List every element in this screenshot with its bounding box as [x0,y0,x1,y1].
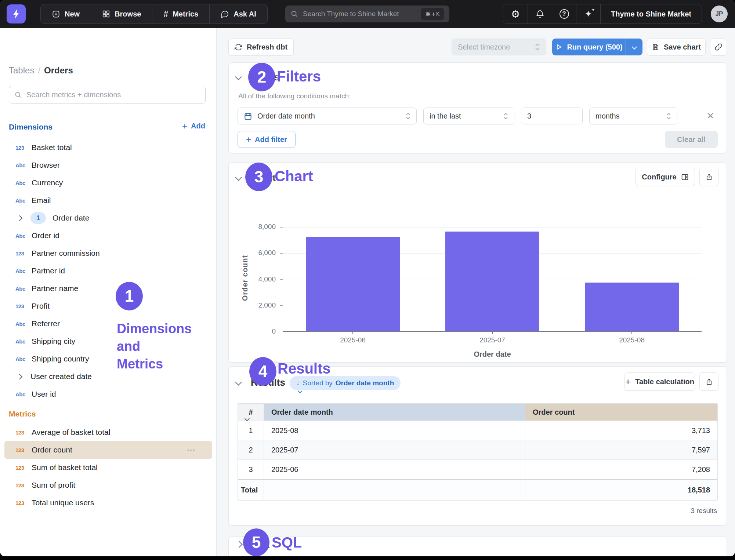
bar[interactable] [445,232,539,331]
sidebar-item[interactable]: 123Partner commission [4,244,212,262]
y-tick-label: 0 [232,327,276,335]
annotation-label-1: DimensionsandMetrics [117,320,192,373]
sidebar-item-label: Average of basket total [32,428,110,437]
sidebar-item[interactable]: AbcPartner name [4,280,212,297]
nav-browse-button[interactable]: Browse [91,4,152,23]
sidebar-item[interactable]: 123Average of basket total [4,423,212,441]
table-row[interactable]: 12025-083,713 [238,421,717,440]
ai-sparkles-button[interactable]: ✦✦ [576,4,600,23]
add-dimension-button[interactable]: + Add [182,122,205,130]
number-type-icon: 123 [15,429,28,436]
help-button[interactable]: ? [552,4,576,23]
timezone-select[interactable]: Select timezone [452,39,546,55]
active-count-badge: 1 [30,212,46,224]
filters-subtitle: All of the following conditions match: [238,92,351,100]
run-query-main[interactable]: Run query (500) [552,39,626,55]
text-type-icon: Abc [15,321,28,327]
sidebar-item[interactable]: 123Sum of profit [4,476,212,494]
sidebar-item[interactable]: AbcOrder id [4,227,212,244]
table-row[interactable]: 32025-067,208 [238,459,717,479]
row-dimension-cell[interactable]: 2025-07 [264,440,525,459]
add-filter-button[interactable]: + Add filter [238,131,296,148]
annotation-label-2: Filters [277,68,321,85]
sorted-by-badge[interactable]: ↓ Sorted by Order date month [290,376,401,390]
sql-panel: SQL [228,537,727,556]
sidebar-item[interactable]: AbcBrowser [4,156,212,174]
collapse-results-chevron[interactable] [235,379,242,385]
number-type-icon: 123 [15,465,28,471]
gear-icon: ⚙ [511,8,520,20]
copy-link-button[interactable] [710,39,727,55]
number-type-icon: 123 [15,447,28,453]
save-chart-button[interactable]: Save chart [647,39,706,55]
sidebar-item[interactable]: AbcPartner id [4,262,212,280]
bar[interactable] [585,283,679,331]
table-row[interactable]: 22025-077,597 [238,440,717,459]
filter-field-select[interactable]: Order date month [238,108,417,124]
sidebar-item[interactable]: AbcEmail [4,192,212,209]
row-metric-cell[interactable]: 7,597 [525,440,717,459]
remove-filter-button[interactable]: ✕ [703,109,718,123]
row-dimension-cell[interactable]: 2025-08 [264,421,525,440]
chart-panel: Chart Configure Order count Order date 0… [228,162,727,363]
notifications-button[interactable] [528,4,552,23]
row-dimension-cell[interactable]: 2025-06 [264,460,525,479]
breadcrumb-tables-link[interactable]: Tables [9,65,34,75]
export-chart-button[interactable] [699,168,718,186]
sidebar-item-label: Order id [32,231,59,240]
row-metric-cell[interactable]: 3,713 [525,421,717,440]
sparkles-icon: ✦✦ [585,9,592,19]
table-calculation-button[interactable]: + Table calculation [624,372,695,391]
global-search-input[interactable] [303,10,416,18]
filter-unit-select[interactable]: months [589,108,677,124]
collapse-filters-chevron[interactable] [235,73,242,80]
clear-all-button[interactable]: Clear all [665,131,718,148]
sidebar-item[interactable]: 123Total unique users [4,494,212,512]
settings-button[interactable]: ⚙ [503,4,528,23]
sidebar-item[interactable]: 123Sum of basket total [4,459,212,476]
app-logo[interactable] [7,4,26,23]
run-query-button[interactable]: Run query (500) [552,39,642,55]
sidebar-item[interactable]: AbcUser id [4,385,212,403]
x-tick-label: 2025-07 [456,336,529,344]
chevron-right-icon [17,215,23,221]
column-header-index[interactable]: # [238,404,264,421]
sidebar-item[interactable]: 1Order date [4,209,212,227]
nav-new-button[interactable]: New [41,4,91,23]
refresh-dbt-button[interactable]: Refresh dbt [228,39,294,55]
add-label: Add [191,122,205,130]
search-icon [14,91,22,99]
sidebar-item[interactable]: 123Basket total [4,139,212,156]
filter-value-input[interactable] [521,108,583,124]
filter-unit-value: months [595,112,661,120]
sidebar-item-label: Email [32,196,51,205]
annotation-label-3: Chart [275,168,313,185]
export-results-button[interactable] [699,372,718,391]
filter-operator-select[interactable]: in the last [423,108,514,124]
sidebar-item-label: Partner id [32,266,65,275]
total-spacer [264,480,525,500]
column-header-order-count[interactable]: Order count [525,404,717,421]
configure-chart-button[interactable]: Configure [636,168,695,186]
nav-askai-button[interactable]: Ask AI [209,4,267,23]
sidebar-item[interactable]: 123Order count⋯ [4,441,212,459]
text-type-icon: Abc [15,268,28,274]
caret-updown-icon [666,112,671,120]
plus-icon: + [182,123,187,130]
sidebar-item[interactable]: 123Profit [4,297,212,315]
project-name: Thyme to Shine Market [611,10,691,18]
collapse-chart-chevron[interactable] [235,174,242,181]
user-avatar[interactable]: JP [711,6,728,22]
expand-sql-chevron[interactable] [236,541,242,548]
run-query-dropdown[interactable] [626,39,642,55]
sidebar-item[interactable]: AbcCurrency [4,174,212,192]
chevron-down-icon [298,389,303,393]
bar[interactable] [306,237,400,331]
fields-search-input[interactable] [26,91,200,99]
project-switcher[interactable]: Thyme to Shine Market [600,4,702,23]
row-metric-cell[interactable]: 7,208 [525,460,717,479]
item-menu-button[interactable]: ⋯ [187,445,196,455]
help-icon: ? [560,9,569,19]
column-header-order-date-month[interactable]: Order date month [264,404,525,421]
nav-metrics-button[interactable]: # Metrics [152,4,209,23]
